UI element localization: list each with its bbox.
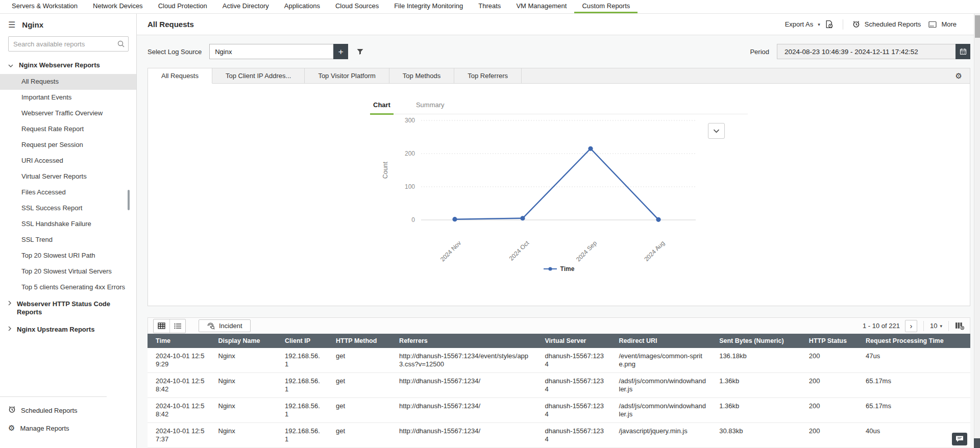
- toolbar-divider: [923, 321, 924, 331]
- column-header-virtual-server[interactable]: Virtual Server: [536, 334, 610, 348]
- cell-request-processing-time: 65.17ms: [857, 373, 970, 398]
- sidebar-item-uri-accessed[interactable]: URI Accessed: [0, 153, 136, 169]
- period-input[interactable]: [777, 44, 955, 59]
- filter-row: Select Log Source + Period: [148, 44, 970, 59]
- column-header-display-name[interactable]: Display Name: [210, 334, 277, 348]
- chart-options-dropdown-button[interactable]: [708, 123, 725, 139]
- x-tick-label: 2024 Aug: [643, 239, 666, 263]
- log-source-label: Select Log Source: [148, 48, 202, 56]
- column-header-referrers[interactable]: Referrers: [391, 334, 536, 348]
- tab-top-visitor-platform[interactable]: Top Visitor Platform: [305, 68, 389, 83]
- cell-redirect-uri: /adsf/js/common/windowhandler.js: [611, 398, 712, 423]
- sidebar-item-ssl-success-report[interactable]: SSL Success Report: [0, 201, 136, 216]
- sidebar-item-top-20-slowest-virtual-servers[interactable]: Top 20 Slowest Virtual Servers: [0, 264, 136, 280]
- tab-top-methods[interactable]: Top Methods: [389, 68, 454, 83]
- chevron-right-icon: [8, 326, 11, 331]
- sidebar-divider: [0, 396, 107, 397]
- nav-item-active-directory[interactable]: Active Directory: [215, 0, 277, 13]
- toggle-summary[interactable]: Summary: [413, 101, 448, 115]
- sidebar-footer-scheduled-reports[interactable]: Scheduled Reports: [0, 401, 136, 419]
- nav-item-cloud-protection[interactable]: Cloud Protection: [151, 0, 215, 13]
- add-column-icon[interactable]: [955, 322, 964, 330]
- line-chart: 0100200300Count2024 Nov2024 Oct2024 Sep2…: [370, 116, 748, 264]
- nav-item-custom-reports[interactable]: Custom Reports: [574, 0, 638, 13]
- nav-item-applications[interactable]: Applications: [277, 0, 328, 13]
- table-row[interactable]: 2024-10-01 12:58:42Nginx192.168.56.1geth…: [148, 373, 970, 398]
- sidebar-group-nginx-upstream-reports[interactable]: Nginx Upstream Reports: [0, 321, 136, 338]
- page-size-select[interactable]: 10 ▾: [930, 322, 942, 330]
- sidebar-item-top-5-clients-generating-4xx-errors[interactable]: Top 5 clients Generating 4xx Errors: [0, 280, 136, 295]
- cell-virtual-server: dhanush-15567:1234: [536, 398, 610, 423]
- export-as-button[interactable]: Export As: [785, 20, 814, 28]
- cell-virtual-server: dhanush-15567:1234: [536, 423, 610, 448]
- next-page-button[interactable]: ›: [905, 320, 917, 332]
- sidebar-item-webserver-traffic-overview[interactable]: Webserver Traffic Overview: [0, 106, 136, 121]
- chevron-down-icon: [8, 64, 13, 67]
- incident-button[interactable]: Incident: [199, 319, 251, 332]
- page-scrollbar-thumb[interactable]: [975, 15, 980, 38]
- view-toggle: ChartSummary: [370, 101, 748, 114]
- column-header-time[interactable]: Time: [148, 334, 210, 348]
- column-header-redirect-uri[interactable]: Redirect URI: [611, 334, 712, 348]
- nav-item-vm-management[interactable]: VM Management: [508, 0, 574, 13]
- page-scrollbar[interactable]: [974, 14, 980, 448]
- feedback-chat-button[interactable]: [952, 433, 967, 445]
- more-button[interactable]: More: [941, 20, 957, 28]
- grid-view-icon[interactable]: [154, 319, 169, 333]
- legend-marker-icon: [544, 266, 557, 271]
- chart-point: [656, 217, 660, 222]
- column-header-client-ip[interactable]: Client IP: [277, 334, 328, 348]
- top-nav: Servers & WorkstationNetwork DevicesClou…: [0, 0, 980, 14]
- filter-icon[interactable]: [355, 46, 365, 57]
- add-log-source-button[interactable]: +: [333, 44, 348, 59]
- sidebar-item-important-events[interactable]: Important Events: [0, 90, 136, 106]
- sidebar-item-top-20-slowest-uri-path[interactable]: Top 20 Slowest URI Path: [0, 248, 136, 264]
- tab-top-client-ip-addres[interactable]: Top Client IP Addres...: [212, 68, 305, 83]
- sidebar-item-request-rate-report[interactable]: Request Rate Report: [0, 121, 136, 137]
- sidebar-scrollbar-handle[interactable]: [128, 190, 130, 210]
- nav-item-servers-workstation[interactable]: Servers & Workstation: [4, 0, 85, 13]
- page-title: All Requests: [148, 20, 194, 29]
- scheduled-reports-button[interactable]: Scheduled Reports: [865, 20, 921, 28]
- nav-item-file-integrity-monitoring[interactable]: File Integrity Monitoring: [386, 0, 471, 13]
- sidebar-item-ssl-handshake-failure[interactable]: SSL Handshake Failure: [0, 216, 136, 232]
- table-header-row: TimeDisplay NameClient IPHTTP MethodRefe…: [148, 334, 970, 348]
- nav-item-cloud-sources[interactable]: Cloud Sources: [328, 0, 386, 13]
- more-panel-icon: [928, 21, 937, 28]
- table-row[interactable]: 2024-10-01 12:57:37Nginx192.168.56.1geth…: [148, 423, 970, 448]
- tab-settings-gear-icon[interactable]: ⚙: [955, 68, 970, 83]
- pagination-range: 1 - 10 of 221: [863, 322, 900, 330]
- y-axis-label: Count: [382, 161, 389, 179]
- search-input[interactable]: [8, 36, 129, 52]
- nav-item-threats[interactable]: Threats: [471, 0, 508, 13]
- column-header-http-status[interactable]: HTTP Status: [801, 334, 857, 348]
- table-row[interactable]: 2024-10-01 12:58:42Nginx192.168.56.1geth…: [148, 398, 970, 423]
- sidebar-item-all-requests[interactable]: All Requests: [0, 74, 136, 90]
- cell-client-ip: 192.168.56.1: [277, 423, 328, 448]
- sidebar-footer-manage-reports[interactable]: ⚙Manage Reports: [0, 419, 136, 437]
- chat-bubble-icon: [955, 436, 964, 442]
- tab-top-referrers[interactable]: Top Referrers: [454, 68, 522, 83]
- table-row[interactable]: 2024-10-01 12:59:29Nginx192.168.56.1geth…: [148, 348, 970, 373]
- cell-referrers: http://dhanush-15567:1234/: [391, 423, 536, 448]
- cell-sent-bytes-numeric: 1.36kb: [711, 373, 801, 398]
- toggle-chart[interactable]: Chart: [370, 101, 394, 115]
- sidebar-group-nginx-webserver-reports[interactable]: Nginx Webserver Reports: [0, 57, 136, 74]
- tab-all-requests[interactable]: All Requests: [148, 68, 212, 84]
- cell-time: 2024-10-01 12:58:42: [148, 398, 210, 423]
- log-source-input[interactable]: [209, 44, 333, 59]
- column-header-http-method[interactable]: HTTP Method: [328, 334, 391, 348]
- sidebar-item-virtual-server-reports[interactable]: Virtual Server Reports: [0, 169, 136, 185]
- list-view-icon[interactable]: [169, 319, 185, 333]
- column-header-sent-bytes-numeric[interactable]: Sent Bytes (Numeric): [711, 334, 801, 348]
- sidebar-item-ssl-trend[interactable]: SSL Trend: [0, 232, 136, 248]
- sidebar-group-webserver-http-status-code-reports[interactable]: Webserver HTTP Status Code Reports: [0, 295, 136, 321]
- chart-legend[interactable]: Time: [370, 265, 748, 272]
- sidebar-item-files-accessed[interactable]: Files Accessed: [0, 185, 136, 201]
- column-header-request-processing-time[interactable]: Request Processing Time: [857, 334, 970, 348]
- nav-item-network-devices[interactable]: Network Devices: [85, 0, 151, 13]
- sidebar-item-request-per-session[interactable]: Request per Session: [0, 137, 136, 153]
- calendar-icon[interactable]: [955, 44, 970, 59]
- export-schedule-icon[interactable]: [825, 20, 834, 29]
- hamburger-menu-icon[interactable]: ☰: [8, 21, 15, 29]
